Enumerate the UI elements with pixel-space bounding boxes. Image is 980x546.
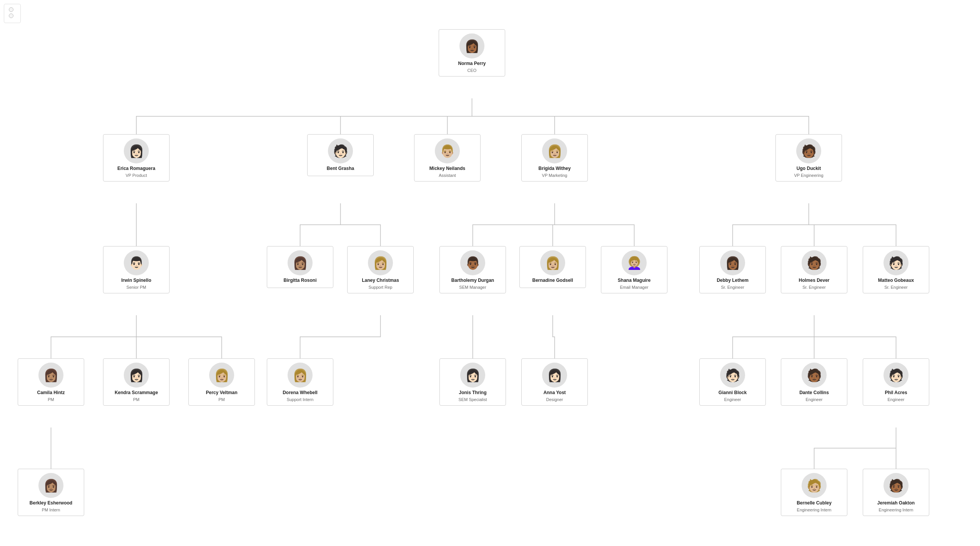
avatar-jeremiah: 🧑🏾 — [883, 473, 908, 498]
name-shana: Shana Maguire — [618, 278, 651, 284]
role-erica: VP Product — [126, 173, 147, 178]
node-gianni[interactable]: 🧑🏻Gianni BlockEngineer — [699, 358, 766, 406]
avatar-emoji-erica: 👩🏻 — [129, 145, 144, 157]
avatar-emoji-anna: 👩🏻 — [547, 369, 562, 381]
name-berkley: Berkley Esherwood — [30, 500, 72, 506]
name-phil: Phil Acres — [885, 390, 907, 396]
node-norma[interactable]: 👩🏾Norma PerryCEO — [439, 29, 505, 77]
org-chart: 👩🏾Norma PerryCEO👩🏻Erica RomagueraVP Prod… — [0, 0, 980, 546]
node-dante[interactable]: 🧑🏾Dante CollinsEngineer — [781, 358, 847, 406]
avatar-bernadine: 👩🏼 — [540, 250, 565, 275]
node-brigida[interactable]: 👩🏼Brigida WitheyVP Marketing — [521, 134, 588, 181]
node-holmes[interactable]: 🧑🏾Holmes DeverSr. Engineer — [781, 246, 847, 293]
avatar-emoji-mickey: 👨🏼 — [440, 145, 455, 157]
avatar-emoji-laney: 👩🏼 — [373, 257, 388, 269]
avatar-bartholemy: 👨🏾 — [460, 250, 485, 275]
node-bernelle[interactable]: 🧑🏼Bernelle CubleyEngineering Intern — [781, 469, 847, 516]
avatar-camila: 👩🏽 — [38, 363, 63, 388]
name-bernelle: Bernelle Cubley — [797, 500, 832, 506]
name-kendra: Kendra Scrammage — [115, 390, 158, 396]
name-matteo: Matteo Gobeaux — [878, 278, 914, 284]
role-percy: PM — [218, 397, 225, 402]
avatar-emoji-bent: 🧑🏻 — [333, 145, 348, 157]
role-mickey: Assistant — [439, 173, 456, 178]
role-phil: Engineer — [887, 397, 904, 402]
role-jonis: SEM Specialist — [459, 397, 487, 402]
name-bernadine: Bernadine Godsell — [532, 278, 573, 284]
node-camila[interactable]: 👩🏽Camila HintzPM — [18, 358, 84, 406]
name-laney: Laney Christmas — [362, 278, 399, 284]
name-erica: Erica Romaguera — [117, 166, 155, 172]
role-holmes: Sr. Engineer — [802, 285, 826, 290]
avatar-emoji-holmes: 🧑🏾 — [807, 257, 822, 269]
node-birgitta[interactable]: 👩🏽Birgitta Rosoni — [267, 246, 333, 288]
avatar-emoji-norma: 👩🏾 — [464, 40, 480, 52]
role-kendra: PM — [133, 397, 140, 402]
avatar-holmes: 🧑🏾 — [802, 250, 827, 275]
name-debby: Debby Lethem — [717, 278, 749, 284]
node-dorena[interactable]: 👩🏼Dorena WhebellSupport Intern — [267, 358, 333, 406]
node-shana[interactable]: 👩🏼‍🦱Shana MaguireEmail Manager — [601, 246, 667, 293]
name-percy: Percy Veltman — [206, 390, 237, 396]
avatar-emoji-brigida: 👩🏼 — [547, 145, 562, 157]
legend-item-2 — [9, 13, 16, 18]
name-anna: Anna Yost — [543, 390, 566, 396]
avatar-shana: 👩🏼‍🦱 — [622, 250, 647, 275]
role-shana: Email Manager — [620, 285, 649, 290]
name-jeremiah: Jeremiah Oakton — [877, 500, 915, 506]
legend-color-2 — [9, 13, 13, 18]
node-jeremiah[interactable]: 🧑🏾Jeremiah OaktonEngineering Intern — [863, 469, 929, 516]
role-gianni: Engineer — [724, 397, 741, 402]
avatar-debby: 👩🏾 — [720, 250, 745, 275]
avatar-emoji-debby: 👩🏾 — [725, 257, 740, 269]
node-berkley[interactable]: 👩🏽Berkley EsherwoodPM Intern — [18, 469, 84, 516]
name-birgitta: Birgitta Rosoni — [284, 278, 317, 284]
node-percy[interactable]: 👩🏼Percy VeltmanPM — [188, 358, 255, 406]
node-laney[interactable]: 👩🏼Laney ChristmasSupport Rep — [347, 246, 414, 293]
avatar-laney: 👩🏼 — [368, 250, 393, 275]
avatar-dante: 🧑🏾 — [802, 363, 827, 388]
legend-item-1 — [9, 7, 16, 12]
role-camila: PM — [48, 397, 54, 402]
node-kendra[interactable]: 👩🏻Kendra ScrammagePM — [103, 358, 170, 406]
avatar-jonis: 👩🏻 — [460, 363, 485, 388]
name-dorena: Dorena Whebell — [283, 390, 318, 396]
legend — [4, 4, 21, 23]
node-ugo[interactable]: 🧑🏾Ugo DuckitVP Engineering — [775, 134, 842, 181]
role-bartholemy: SEM Manager — [459, 285, 486, 290]
avatar-erica: 👩🏻 — [124, 138, 149, 163]
node-erica[interactable]: 👩🏻Erica RomagueraVP Product — [103, 134, 170, 181]
avatar-emoji-jonis: 👩🏻 — [465, 369, 481, 381]
avatar-matteo: 🧑🏻 — [883, 250, 908, 275]
legend-color-1 — [9, 7, 13, 12]
node-phil[interactable]: 🧑🏻Phil AcresEngineer — [863, 358, 929, 406]
node-bent[interactable]: 🧑🏻Bent Grasha — [307, 134, 374, 176]
avatar-emoji-phil: 🧑🏻 — [888, 369, 904, 381]
avatar-emoji-jeremiah: 🧑🏾 — [888, 479, 904, 492]
avatar-emoji-gianni: 🧑🏻 — [725, 369, 740, 381]
node-debby[interactable]: 👩🏾Debby LethemSr. Engineer — [699, 246, 766, 293]
name-camila: Camila Hintz — [37, 390, 65, 396]
node-anna[interactable]: 👩🏻Anna YostDesigner — [521, 358, 588, 406]
role-matteo: Sr. Engineer — [884, 285, 908, 290]
node-jonis[interactable]: 👩🏻Jonis ThringSEM Specialist — [439, 358, 506, 406]
node-bernadine[interactable]: 👩🏼Bernadine Godsell — [519, 246, 586, 288]
role-irwin: Senior PM — [126, 285, 146, 290]
role-dorena: Support Intern — [287, 397, 314, 402]
node-bartholemy[interactable]: 👨🏾Bartholemy DurganSEM Manager — [439, 246, 506, 293]
name-jonis: Jonis Thring — [459, 390, 487, 396]
avatar-bernelle: 🧑🏼 — [802, 473, 827, 498]
name-ugo: Ugo Duckit — [797, 166, 821, 172]
node-mickey[interactable]: 👨🏼Mickey NeilandsAssistant — [414, 134, 481, 181]
name-dante: Dante Collins — [799, 390, 829, 396]
role-anna: Designer — [546, 397, 563, 402]
role-brigida: VP Marketing — [542, 173, 567, 178]
avatar-brigida: 👩🏼 — [542, 138, 567, 163]
node-matteo[interactable]: 🧑🏻Matteo GobeauxSr. Engineer — [863, 246, 929, 293]
role-ugo: VP Engineering — [794, 173, 823, 178]
name-bent: Bent Grasha — [327, 166, 354, 172]
node-irwin[interactable]: 👨🏻Irwin SpinelloSenior PM — [103, 246, 170, 293]
avatar-emoji-dante: 🧑🏾 — [807, 369, 822, 381]
avatar-berkley: 👩🏽 — [38, 473, 63, 498]
avatar-emoji-kendra: 👩🏻 — [129, 369, 144, 381]
